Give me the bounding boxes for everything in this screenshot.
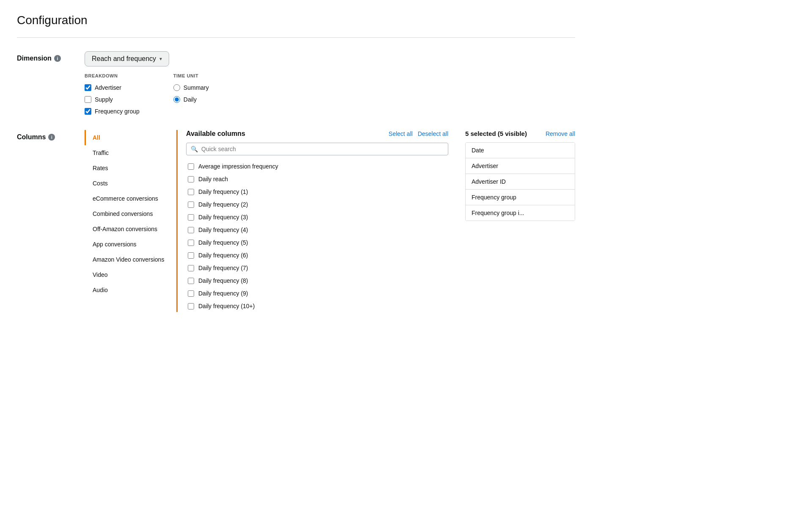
breakdown-supply-checkbox[interactable] xyxy=(85,96,91,103)
dimension-label: Dimension i xyxy=(17,51,85,62)
time-unit-summary-radio[interactable] xyxy=(173,84,180,91)
col-daily-reach[interactable]: Daily reach xyxy=(186,173,448,185)
category-combined[interactable]: Combined conversions xyxy=(85,206,176,221)
page-title: Configuration xyxy=(17,14,575,27)
category-video[interactable]: Video xyxy=(85,267,176,282)
selected-columns-panel: 5 selected (5 visible) Remove all Date A… xyxy=(457,130,575,312)
breakdown-advertiser[interactable]: Advertiser xyxy=(85,83,140,93)
col-avg-impression-freq-checkbox[interactable] xyxy=(188,163,194,170)
columns-info-icon[interactable]: i xyxy=(48,134,55,141)
category-app[interactable]: App conversions xyxy=(85,237,176,252)
category-all[interactable]: All xyxy=(85,130,176,145)
dimension-section: Dimension i Reach and frequency ▾ BREAKD… xyxy=(17,51,575,116)
select-all-link[interactable]: Select all xyxy=(389,130,413,137)
breakdown-frequency-group[interactable]: Frequency group xyxy=(85,106,140,116)
columns-section: Columns i All Traffic Rates Costs eComme… xyxy=(17,130,575,312)
col-daily-freq-7[interactable]: Daily frequency (7) xyxy=(186,262,448,274)
selected-frequency-group: Frequency group xyxy=(466,190,575,205)
section-divider xyxy=(17,37,575,38)
dimension-dropdown[interactable]: Reach and frequency ▾ xyxy=(85,51,169,66)
breakdown-section: BREAKDOWN Advertiser Supply Frequency gr… xyxy=(85,73,140,116)
col-daily-freq-9-checkbox[interactable] xyxy=(188,290,194,297)
col-daily-freq-2-checkbox[interactable] xyxy=(188,202,194,208)
available-column-list: Average impression frequency Daily reach… xyxy=(186,160,448,312)
selected-columns-list: Date Advertiser Advertiser ID Frequency … xyxy=(465,142,575,221)
time-unit-section: TIME UNIT Summary Daily xyxy=(173,73,209,116)
time-unit-summary[interactable]: Summary xyxy=(173,83,209,93)
col-daily-freq-1[interactable]: Daily frequency (1) xyxy=(186,186,448,198)
selected-advertiser: Advertiser xyxy=(466,158,575,174)
col-daily-freq-2[interactable]: Daily frequency (2) xyxy=(186,199,448,210)
search-icon: 🔍 xyxy=(191,146,198,152)
col-daily-freq-7-checkbox[interactable] xyxy=(188,265,194,271)
col-daily-freq-3-checkbox[interactable] xyxy=(188,214,194,221)
breakdown-advertiser-checkbox[interactable] xyxy=(85,84,91,91)
col-daily-freq-4[interactable]: Daily frequency (4) xyxy=(186,224,448,236)
col-daily-freq-9[interactable]: Daily frequency (9) xyxy=(186,287,448,299)
available-columns-header: Available columns Select all Deselect al… xyxy=(186,130,448,138)
breakdown-supply[interactable]: Supply xyxy=(85,94,140,105)
time-unit-daily[interactable]: Daily xyxy=(173,94,209,105)
selected-columns-header: 5 selected (5 visible) Remove all xyxy=(465,130,575,137)
category-costs[interactable]: Costs xyxy=(85,176,176,191)
selected-frequency-group-i: Frequency group i... xyxy=(466,205,575,221)
col-daily-freq-4-checkbox[interactable] xyxy=(188,227,194,233)
remove-all-link[interactable]: Remove all xyxy=(546,130,575,137)
breakdown-frequency-group-checkbox[interactable] xyxy=(85,108,91,115)
col-daily-freq-6[interactable]: Daily frequency (6) xyxy=(186,249,448,261)
col-daily-reach-checkbox[interactable] xyxy=(188,176,194,182)
column-search-box[interactable]: 🔍 xyxy=(186,143,448,155)
dimension-controls: Reach and frequency ▾ BREAKDOWN Advertis… xyxy=(85,51,209,116)
columns-label: Columns i xyxy=(17,130,85,141)
time-unit-daily-radio[interactable] xyxy=(173,96,180,103)
selected-advertiser-id: Advertiser ID xyxy=(466,174,575,190)
category-rates[interactable]: Rates xyxy=(85,160,176,176)
available-columns-panel: Available columns Select all Deselect al… xyxy=(178,130,457,312)
category-off-amazon[interactable]: Off-Amazon conversions xyxy=(85,221,176,237)
columns-content: All Traffic Rates Costs eCommerce conver… xyxy=(85,130,575,312)
col-daily-freq-5-checkbox[interactable] xyxy=(188,240,194,246)
deselect-all-link[interactable]: Deselect all xyxy=(418,130,448,137)
col-daily-freq-3[interactable]: Daily frequency (3) xyxy=(186,211,448,223)
col-avg-impression-freq[interactable]: Average impression frequency xyxy=(186,160,448,172)
col-daily-freq-10plus-checkbox[interactable] xyxy=(188,303,194,309)
col-daily-freq-1-checkbox[interactable] xyxy=(188,189,194,195)
col-daily-freq-8[interactable]: Daily frequency (8) xyxy=(186,275,448,287)
dimension-info-icon[interactable]: i xyxy=(54,55,61,62)
category-traffic[interactable]: Traffic xyxy=(85,145,176,160)
category-amazon-video[interactable]: Amazon Video conversions xyxy=(85,252,176,267)
chevron-down-icon: ▾ xyxy=(159,56,162,62)
selected-date: Date xyxy=(466,143,575,158)
column-categories-list: All Traffic Rates Costs eCommerce conver… xyxy=(85,130,178,312)
category-ecommerce[interactable]: eCommerce conversions xyxy=(85,191,176,206)
category-audio[interactable]: Audio xyxy=(85,282,176,298)
col-daily-freq-8-checkbox[interactable] xyxy=(188,278,194,284)
col-daily-freq-5[interactable]: Daily frequency (5) xyxy=(186,237,448,248)
column-search-input[interactable] xyxy=(201,146,444,152)
available-columns-title: Available columns xyxy=(186,130,245,138)
selected-columns-title: 5 selected (5 visible) xyxy=(465,130,527,137)
col-daily-freq-10plus[interactable]: Daily frequency (10+) xyxy=(186,300,448,312)
col-daily-freq-6-checkbox[interactable] xyxy=(188,252,194,259)
breakdown-time-container: BREAKDOWN Advertiser Supply Frequency gr… xyxy=(85,73,209,116)
column-link-actions: Select all Deselect all xyxy=(389,130,448,137)
